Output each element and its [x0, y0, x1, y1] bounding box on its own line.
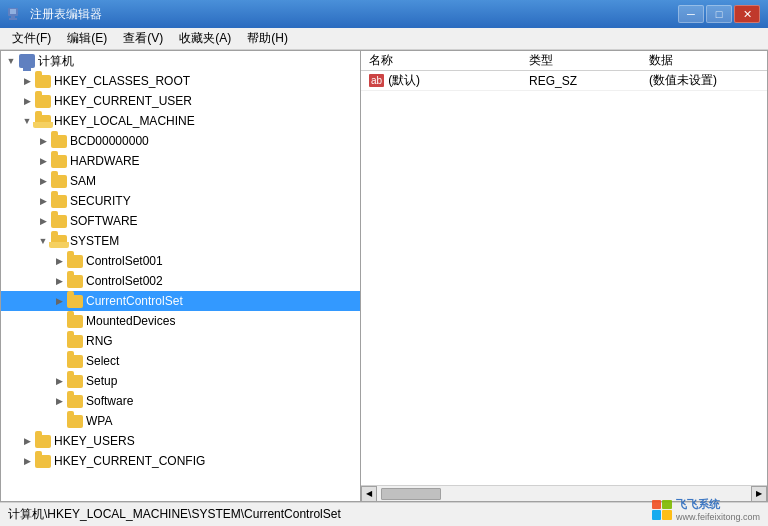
watermark: 飞飞系统 www.feifeixitong.com — [652, 497, 760, 522]
tree-toggle-security[interactable]: ▶ — [35, 193, 51, 209]
tree-label-computer: 计算机 — [38, 53, 74, 70]
menu-file[interactable]: 文件(F) — [4, 29, 59, 49]
tree-label-hku: HKEY_USERS — [54, 434, 135, 448]
tree-label-bcd: BCD00000000 — [70, 134, 149, 148]
tree-label-mounteddevices: MountedDevices — [86, 314, 175, 328]
close-button[interactable]: ✕ — [734, 5, 760, 23]
column-headers: 名称 类型 数据 — [361, 51, 767, 71]
tree-toggle-setup[interactable]: ▶ — [51, 373, 67, 389]
tree-item-software[interactable]: ▶ SOFTWARE — [1, 211, 360, 231]
tree-toggle-currentcontrolset[interactable]: ▶ — [51, 293, 67, 309]
tree-toggle-controlset001[interactable]: ▶ — [51, 253, 67, 269]
tree-item-hardware[interactable]: ▶ HARDWARE — [1, 151, 360, 171]
win-logo-yellow — [662, 510, 672, 520]
tree-item-rng[interactable]: ▶ RNG — [1, 331, 360, 351]
scroll-left-button[interactable]: ◀ — [361, 486, 377, 502]
svg-rect-3 — [9, 18, 17, 20]
folder-icon-rng — [67, 335, 83, 348]
tree-label-controlset002: ControlSet002 — [86, 274, 163, 288]
app-title: 注册表编辑器 — [30, 6, 678, 23]
ab-icon: ab — [369, 74, 384, 87]
tree-label-hkcc: HKEY_CURRENT_CONFIG — [54, 454, 205, 468]
tree-label-select: Select — [86, 354, 119, 368]
tree-label-security: SECURITY — [70, 194, 131, 208]
watermark-url: www.feifeixitong.com — [676, 512, 760, 522]
tree-label-softwarekey: Software — [86, 394, 133, 408]
menu-favorites[interactable]: 收藏夹(A) — [171, 29, 239, 49]
computer-icon — [19, 54, 35, 68]
folder-icon-hku — [35, 435, 51, 448]
col-header-type: 类型 — [521, 50, 641, 71]
tree-label-system: SYSTEM — [70, 234, 119, 248]
tree-item-system[interactable]: ▼ SYSTEM — [1, 231, 360, 251]
tree-item-security[interactable]: ▶ SECURITY — [1, 191, 360, 211]
tree-item-currentcontrolset[interactable]: ▶ CurrentControlSet — [1, 291, 360, 311]
folder-icon-hkcu — [35, 95, 51, 108]
folder-icon-bcd — [51, 135, 67, 148]
tree-toggle-sam[interactable]: ▶ — [35, 173, 51, 189]
tree-item-mounteddevices[interactable]: ▶ MountedDevices — [1, 311, 360, 331]
win-logo-blue — [652, 510, 662, 520]
win-logo-red — [652, 500, 662, 510]
tree-item-hku[interactable]: ▶ HKEY_USERS — [1, 431, 360, 451]
tree-toggle-computer[interactable]: ▼ — [3, 53, 19, 69]
tree-item-bcd[interactable]: ▶ BCD00000000 — [1, 131, 360, 151]
maximize-button[interactable]: □ — [706, 5, 732, 23]
tree-toggle-software[interactable]: ▶ — [35, 213, 51, 229]
folder-icon-sam — [51, 175, 67, 188]
watermark-brand: 飞飞系统 — [676, 497, 720, 512]
tree-toggle-hku[interactable]: ▶ — [19, 433, 35, 449]
tree-item-hkcu[interactable]: ▶ HKEY_CURRENT_USER — [1, 91, 360, 111]
folder-icon-select — [67, 355, 83, 368]
tree-toggle-softwarekey[interactable]: ▶ — [51, 393, 67, 409]
registry-row-default[interactable]: ab (默认) REG_SZ (数值未设置) — [361, 71, 767, 91]
menu-help[interactable]: 帮助(H) — [239, 29, 296, 49]
registry-value-name: ab (默认) — [361, 71, 521, 91]
tree-toggle-controlset002[interactable]: ▶ — [51, 273, 67, 289]
folder-icon-controlset001 — [67, 255, 83, 268]
registry-tree[interactable]: ▼ 计算机 ▶ HKEY_CLASSES_ROOT ▶ HKEY_CURRENT… — [1, 51, 361, 501]
tree-toggle-hkcr[interactable]: ▶ — [19, 73, 35, 89]
tree-item-hklm[interactable]: ▼ HKEY_LOCAL_MACHINE — [1, 111, 360, 131]
tree-toggle-hardware[interactable]: ▶ — [35, 153, 51, 169]
tree-label-rng: RNG — [86, 334, 113, 348]
window-controls: ─ □ ✕ — [678, 5, 760, 23]
tree-item-controlset002[interactable]: ▶ ControlSet002 — [1, 271, 360, 291]
folder-icon-hkcr — [35, 75, 51, 88]
tree-toggle-hkcu[interactable]: ▶ — [19, 93, 35, 109]
windows-logo — [652, 500, 672, 520]
folder-icon-system — [51, 235, 67, 248]
menu-view[interactable]: 查看(V) — [115, 29, 171, 49]
folder-icon-hkcc — [35, 455, 51, 468]
folder-icon-mounteddevices — [67, 315, 83, 328]
tree-toggle-bcd[interactable]: ▶ — [35, 133, 51, 149]
folder-icon-hklm — [35, 115, 51, 128]
folder-icon-software — [51, 215, 67, 228]
tree-item-select[interactable]: ▶ Select — [1, 351, 360, 371]
col-header-data: 数据 — [641, 50, 767, 71]
tree-toggle-hkcc[interactable]: ▶ — [19, 453, 35, 469]
registry-value-type: REG_SZ — [521, 72, 641, 90]
tree-item-softwarekey[interactable]: ▶ Software — [1, 391, 360, 411]
menu-bar: 文件(F) 编辑(E) 查看(V) 收藏夹(A) 帮助(H) — [0, 28, 768, 50]
title-bar: 注册表编辑器 ─ □ ✕ — [0, 0, 768, 28]
tree-item-wpa[interactable]: ▶ WPA — [1, 411, 360, 431]
tree-label-wpa: WPA — [86, 414, 112, 428]
tree-item-hkcc[interactable]: ▶ HKEY_CURRENT_CONFIG — [1, 451, 360, 471]
tree-item-setup[interactable]: ▶ Setup — [1, 371, 360, 391]
tree-item-sam[interactable]: ▶ SAM — [1, 171, 360, 191]
scrollbar-thumb[interactable] — [381, 488, 441, 500]
menu-edit[interactable]: 编辑(E) — [59, 29, 115, 49]
folder-icon-currentcontrolset — [67, 295, 83, 308]
tree-item-hkcr[interactable]: ▶ HKEY_CLASSES_ROOT — [1, 71, 360, 91]
folder-icon-softwarekey — [67, 395, 83, 408]
right-panel: 名称 类型 数据 ab (默认) REG_SZ (数值未设置) ◀ ▶ — [361, 51, 767, 501]
registry-values[interactable]: ab (默认) REG_SZ (数值未设置) — [361, 71, 767, 485]
minimize-button[interactable]: ─ — [678, 5, 704, 23]
svg-rect-2 — [11, 16, 15, 18]
tree-item-computer[interactable]: ▼ 计算机 — [1, 51, 360, 71]
folder-icon-hardware — [51, 155, 67, 168]
folder-icon-wpa — [67, 415, 83, 428]
tree-item-controlset001[interactable]: ▶ ControlSet001 — [1, 251, 360, 271]
main-content: ▼ 计算机 ▶ HKEY_CLASSES_ROOT ▶ HKEY_CURRENT… — [0, 50, 768, 502]
